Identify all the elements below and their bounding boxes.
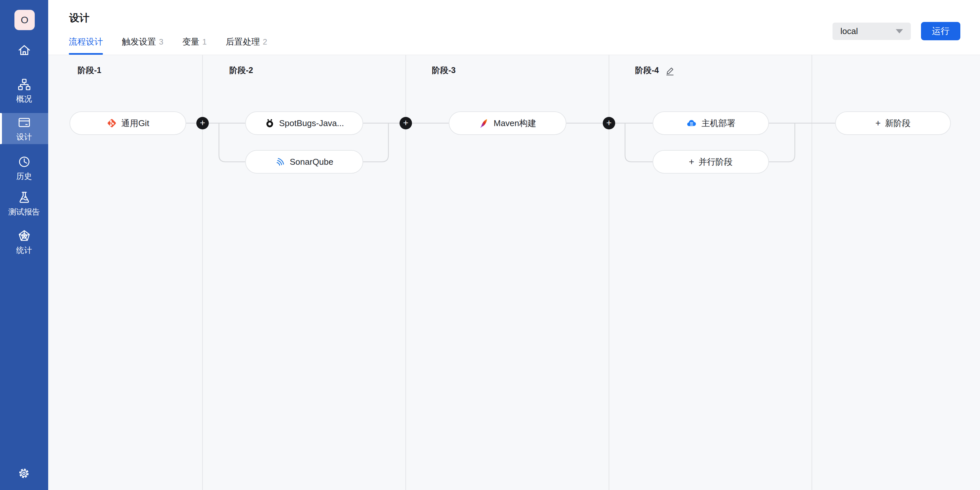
plus-icon: + <box>875 118 881 128</box>
tab-label: 流程设计 <box>69 36 103 48</box>
plus-icon: + <box>200 118 205 127</box>
sidebar-item-stats[interactable]: 统计 <box>0 228 48 255</box>
sidebar-item-label: 设计 <box>16 132 32 142</box>
node-sonarqube[interactable]: SonarQube <box>245 150 363 174</box>
stage-title-1: 阶段-1 <box>78 65 101 76</box>
tab-count: 2 <box>263 37 267 46</box>
node-label: 通用Git <box>121 117 149 129</box>
tab-post-processing[interactable]: 后置处理 2 <box>226 36 267 55</box>
add-new-stage-button[interactable]: + 新阶段 <box>835 111 951 135</box>
page-title: 设计 <box>69 11 89 25</box>
header: 设计 流程设计 触发设置 3 变量 1 后置处理 2 local 运行 <box>48 0 980 55</box>
sidebar-item-home[interactable] <box>0 43 48 58</box>
sonarqube-icon <box>275 157 285 167</box>
node-label: 并行阶段 <box>698 156 733 168</box>
node-spotbugs[interactable]: SpotBugs-Java... <box>245 111 363 135</box>
sidebar-item-history[interactable]: 历史 <box>0 155 48 181</box>
active-indicator <box>0 113 2 144</box>
tab-label: 变量 <box>182 36 199 48</box>
tab-bar: 流程设计 触发设置 3 变量 1 后置处理 2 <box>69 36 267 55</box>
avatar[interactable]: O <box>14 10 35 30</box>
design-icon <box>17 115 32 130</box>
node-generic-git[interactable]: 通用Git <box>70 111 186 135</box>
node-label: SpotBugs-Java... <box>279 118 344 128</box>
tab-flow-design[interactable]: 流程设计 <box>69 36 103 55</box>
stage-title-text: 阶段-1 <box>78 65 101 76</box>
sitemap-icon <box>17 77 32 92</box>
add-step-badge-2[interactable]: + <box>399 117 412 129</box>
edit-stage-button[interactable] <box>665 65 676 76</box>
sidebar-item-label: 概况 <box>16 94 32 104</box>
sidebar-item-design[interactable]: 设计 <box>0 113 48 144</box>
tab-label: 后置处理 <box>226 36 260 48</box>
tab-variables[interactable]: 变量 1 <box>182 36 207 55</box>
node-label: 主机部署 <box>702 117 735 129</box>
sidebar-item-label: 测试报告 <box>8 207 40 217</box>
sidebar: O 概况 设计 <box>0 0 48 490</box>
home-icon <box>17 43 32 58</box>
plus-icon: + <box>606 118 612 127</box>
node-host-deploy[interactable]: 主机部署 <box>652 111 769 135</box>
add-parallel-stage-button[interactable]: + 并行阶段 <box>652 150 769 174</box>
stage-title-2: 阶段-2 <box>229 65 253 76</box>
sidebar-item-overview[interactable]: 概况 <box>0 77 48 104</box>
tab-count: 3 <box>159 37 163 46</box>
sidebar-item-label: 历史 <box>16 171 32 181</box>
add-step-badge-1[interactable]: + <box>196 117 209 129</box>
settings-gear-icon[interactable] <box>18 468 30 479</box>
radar-chart-icon <box>17 228 32 243</box>
node-label: Maven构建 <box>493 117 536 129</box>
stage-title-3: 阶段-3 <box>432 65 456 76</box>
stage-title-4: 阶段-4 <box>635 65 676 76</box>
clock-icon <box>17 155 32 169</box>
tab-count: 1 <box>202 37 207 46</box>
stage-title-text: 阶段-4 <box>635 65 659 76</box>
flask-icon <box>17 190 32 205</box>
environment-value: local <box>840 26 896 36</box>
maven-icon <box>479 118 489 128</box>
tab-trigger-settings[interactable]: 触发设置 3 <box>122 36 163 55</box>
node-label: 新阶段 <box>885 117 910 129</box>
spotbugs-icon <box>264 118 275 128</box>
stage-title-text: 阶段-2 <box>229 65 253 76</box>
cloud-deploy-icon <box>686 117 697 129</box>
environment-select[interactable]: local <box>832 22 911 40</box>
pipeline-canvas: 阶段-1 阶段-2 阶段-3 阶段-4 + + + <box>48 55 980 490</box>
node-label: SonarQube <box>290 157 333 167</box>
chevron-down-icon <box>896 29 903 33</box>
plus-icon: + <box>689 157 694 167</box>
tab-label: 触发设置 <box>122 36 156 48</box>
run-button[interactable]: 运行 <box>921 22 960 40</box>
stage-title-text: 阶段-3 <box>432 65 456 76</box>
add-step-badge-3[interactable]: + <box>603 117 615 129</box>
node-maven-build[interactable]: Maven构建 <box>449 111 566 135</box>
plus-icon: + <box>403 118 408 127</box>
pencil-icon <box>665 65 676 76</box>
sidebar-item-label: 统计 <box>16 245 32 255</box>
git-icon <box>107 118 117 128</box>
sidebar-item-test-report[interactable]: 测试报告 <box>0 190 48 217</box>
